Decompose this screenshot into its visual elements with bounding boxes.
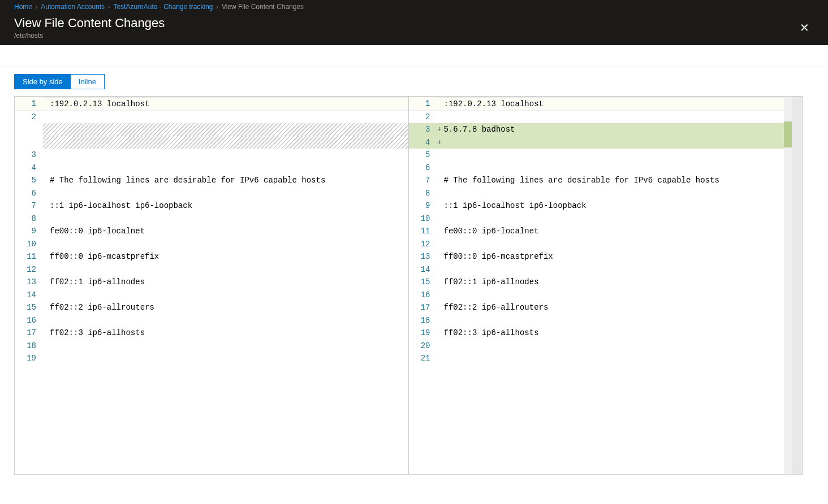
breadcrumb-home[interactable]: Home (14, 3, 32, 11)
line-content (444, 289, 784, 302)
diff-marker (437, 238, 444, 251)
diff-line[interactable]: 6 (15, 187, 408, 200)
line-number: 13 (409, 250, 437, 263)
diff-marker (43, 250, 50, 263)
diff-line[interactable]: 11fe00::0 ip6-localnet (409, 225, 784, 238)
diff-marker (437, 187, 444, 200)
separator-line (0, 67, 828, 67)
diff-marker (43, 301, 50, 314)
diff-line[interactable]: 8 (15, 212, 408, 225)
diff-marker (437, 263, 444, 276)
diff-line[interactable]: 16 (15, 314, 408, 327)
line-content: ff00::0 ip6-mcastprefix (50, 250, 408, 263)
line-content (50, 187, 408, 200)
tab-side-by-side[interactable]: Side by side (15, 75, 71, 89)
diff-marker (43, 162, 50, 175)
diff-line[interactable]: 15ff02::1 ip6-allnodes (409, 276, 784, 289)
line-content: ff02::3 ip6-allhosts (444, 327, 784, 340)
diff-line[interactable]: 19 (15, 352, 408, 365)
diff-line[interactable]: 10 (15, 238, 408, 251)
diff-line[interactable]: 3+5.6.7.8 badhost (409, 123, 784, 136)
line-number: 2 (409, 111, 437, 124)
diff-marker (437, 250, 444, 263)
line-number: 9 (15, 225, 43, 238)
tab-inline[interactable]: Inline (71, 75, 104, 89)
line-content (50, 289, 408, 302)
diff-line[interactable]: 8 (409, 187, 784, 200)
diff-line[interactable]: 4+ (409, 136, 784, 149)
diff-marker (43, 136, 50, 149)
line-number: 17 (409, 301, 437, 314)
diff-marker (43, 352, 50, 365)
diff-marker (43, 289, 50, 302)
line-number: 10 (15, 238, 43, 251)
diff-marker (43, 238, 50, 251)
diff-marker (43, 111, 50, 124)
diff-line[interactable]: 21 (409, 352, 784, 365)
diff-marker (437, 149, 444, 162)
line-content (50, 149, 408, 162)
diff-line[interactable]: 13ff00::0 ip6-mcastprefix (409, 250, 784, 263)
diff-line[interactable]: 12 (15, 263, 408, 276)
diff-line[interactable]: 17ff02::2 ip6-allrouters (409, 301, 784, 314)
diff-line[interactable]: 16 (409, 289, 784, 302)
diff-line[interactable]: 5# The following lines are desirable for… (15, 174, 408, 187)
breadcrumb-separator: › (217, 4, 218, 10)
close-button[interactable]: ✕ (795, 20, 814, 36)
diff-line[interactable]: 9::1 ip6-localhost ip6-loopback (409, 199, 784, 212)
diff-line[interactable]: 14 (409, 263, 784, 276)
diff-line[interactable]: 4 (15, 162, 408, 175)
diff-line[interactable]: 5 (409, 149, 784, 162)
line-content: :192.0.2.13 localhost (50, 97, 408, 110)
breadcrumb-change-tracking[interactable]: TestAzureAuto - Change tracking (113, 3, 213, 11)
diff-marker (43, 327, 50, 340)
line-number: 16 (409, 289, 437, 302)
line-content: ff02::3 ip6-allhosts (50, 327, 408, 340)
diff-line[interactable]: 10 (409, 212, 784, 225)
diff-line[interactable]: 1:192.0.2.13 localhost (409, 97, 784, 111)
minimap-added-mark (784, 121, 792, 147)
diff-line[interactable] (15, 123, 408, 136)
diff-line[interactable]: 2 (409, 111, 784, 124)
line-number: 10 (409, 212, 437, 225)
line-number: 17 (15, 327, 43, 340)
diff-line[interactable]: 20 (409, 340, 784, 353)
diff-line[interactable]: 7# The following lines are desirable for… (409, 174, 784, 187)
diff-line[interactable]: 18 (15, 340, 408, 353)
diff-line[interactable]: 9fe00::0 ip6-localnet (15, 225, 408, 238)
diff-line[interactable]: 2 (15, 111, 408, 124)
diff-minimap[interactable] (784, 97, 792, 474)
breadcrumb-separator: › (36, 4, 37, 10)
diff-line[interactable]: 11ff00::0 ip6-mcastprefix (15, 250, 408, 263)
diff-line[interactable]: 7::1 ip6-localhost ip6-loopback (15, 199, 408, 212)
diff-marker (437, 174, 444, 187)
diff-line[interactable]: 17ff02::3 ip6-allhosts (15, 327, 408, 340)
diff-marker (437, 289, 444, 302)
diff-line[interactable]: 14 (15, 289, 408, 302)
line-number: 19 (409, 327, 437, 340)
diff-line[interactable]: 1:192.0.2.13 localhost (15, 97, 408, 111)
diff-line[interactable]: 19ff02::3 ip6-allhosts (409, 327, 784, 340)
scrollbar-vertical[interactable] (792, 97, 802, 474)
line-number: 5 (409, 149, 437, 162)
diff-line[interactable]: 3 (15, 149, 408, 162)
diff-line[interactable]: 13ff02::1 ip6-allnodes (15, 276, 408, 289)
line-content (444, 352, 784, 365)
diff-marker (43, 149, 50, 162)
line-number: 15 (409, 276, 437, 289)
breadcrumb-automation-accounts[interactable]: Automation Accounts (41, 3, 105, 11)
diff-pane-left[interactable]: 1:192.0.2.13 localhost2345# The followin… (15, 97, 409, 474)
diff-line[interactable]: 12 (409, 238, 784, 251)
diff-line[interactable] (15, 136, 408, 149)
line-number: 14 (409, 263, 437, 276)
line-content (50, 212, 408, 225)
line-number: 20 (409, 340, 437, 353)
line-content (444, 111, 784, 124)
diff-line[interactable]: 15ff02::2 ip6-allrouters (15, 301, 408, 314)
diff-marker (43, 314, 50, 327)
diff-pane-right[interactable]: 1:192.0.2.13 localhost23+5.6.7.8 badhost… (409, 97, 803, 474)
diff-line[interactable]: 18 (409, 314, 784, 327)
diff-marker (43, 123, 50, 136)
diff-line[interactable]: 6 (409, 162, 784, 175)
line-number: 12 (15, 263, 43, 276)
